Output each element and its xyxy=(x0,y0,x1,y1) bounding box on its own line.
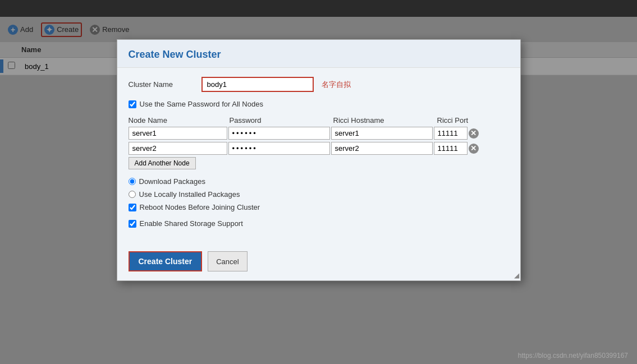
cluster-name-row: Cluster Name 名字自拟 xyxy=(129,77,509,92)
resize-handle[interactable]: ◢ xyxy=(514,271,519,279)
create-cluster-btn-label: Create Cluster xyxy=(139,257,193,266)
node-name-input-1[interactable] xyxy=(129,127,227,140)
main-area: + Add ✦ Create ✕ Remove Name Cluster Nod… xyxy=(0,17,637,364)
ricci-hostname-input-2[interactable] xyxy=(331,142,433,155)
modal-footer: Create Cluster Cancel xyxy=(117,245,520,280)
download-packages-radio[interactable] xyxy=(129,178,136,185)
cluster-name-label: Cluster Name xyxy=(129,80,201,89)
shared-storage-label: Enable Shared Storage Support xyxy=(140,219,243,228)
modal-title: Create New Cluster xyxy=(117,40,520,68)
ricci-port-header: Ricci Port xyxy=(437,116,482,125)
hint-text: 名字自拟 xyxy=(322,80,351,90)
cancel-button[interactable]: Cancel xyxy=(208,251,247,271)
remove-node-1-button[interactable]: ✕ xyxy=(469,128,479,139)
same-password-row: Use the Same Password for All Nodes xyxy=(129,100,509,108)
add-another-node-label: Add Another Node xyxy=(135,159,190,167)
node-row-1: ✕ xyxy=(129,127,509,140)
node-name-input-2[interactable] xyxy=(129,142,227,155)
create-cluster-button[interactable]: Create Cluster xyxy=(129,251,203,271)
local-packages-label: Use Locally Installed Packages xyxy=(139,190,240,199)
top-bar xyxy=(0,0,637,17)
ricci-port-input-2[interactable] xyxy=(434,142,468,155)
node-name-header: Node Name xyxy=(129,116,230,125)
ricci-port-input-1[interactable] xyxy=(434,127,468,140)
ricci-hostname-header: Ricci Hostname xyxy=(333,116,437,125)
url-watermark: https://blog.csdn.net/yifan850399167 xyxy=(518,352,628,360)
modal-overlay: Create New Cluster Cluster Name 名字自拟 Use… xyxy=(0,17,637,364)
modal-title-text: Create New Cluster xyxy=(129,49,221,60)
add-another-node-button[interactable]: Add Another Node xyxy=(129,157,196,169)
reboot-label: Reboot Nodes Before Joining Cluster xyxy=(140,203,260,211)
modal-body: Cluster Name 名字自拟 Use the Same Password … xyxy=(117,68,520,245)
local-packages-row: Use Locally Installed Packages xyxy=(129,190,509,199)
node-table-header: Node Name Password Ricci Hostname Ricci … xyxy=(129,116,509,125)
cancel-btn-label: Cancel xyxy=(216,257,239,266)
download-packages-row: Download Packages xyxy=(129,177,509,186)
password-header: Password xyxy=(230,116,333,125)
password-input-1[interactable] xyxy=(228,127,330,140)
reboot-checkbox[interactable] xyxy=(129,204,136,211)
remove-node-2-button[interactable]: ✕ xyxy=(469,144,479,154)
node-row-2: ✕ xyxy=(129,142,509,155)
local-packages-radio[interactable] xyxy=(129,191,136,198)
create-cluster-modal: Create New Cluster Cluster Name 名字自拟 Use… xyxy=(117,39,521,281)
same-password-label: Use the Same Password for All Nodes xyxy=(140,100,263,108)
same-password-checkbox[interactable] xyxy=(129,100,136,108)
reboot-row: Reboot Nodes Before Joining Cluster xyxy=(129,203,509,211)
password-input-2[interactable] xyxy=(228,142,330,155)
shared-storage-checkbox[interactable] xyxy=(129,220,136,228)
shared-storage-row: Enable Shared Storage Support xyxy=(129,219,509,228)
ricci-hostname-input-1[interactable] xyxy=(331,127,433,140)
download-packages-label: Download Packages xyxy=(139,177,206,186)
cluster-name-input[interactable] xyxy=(201,77,314,92)
